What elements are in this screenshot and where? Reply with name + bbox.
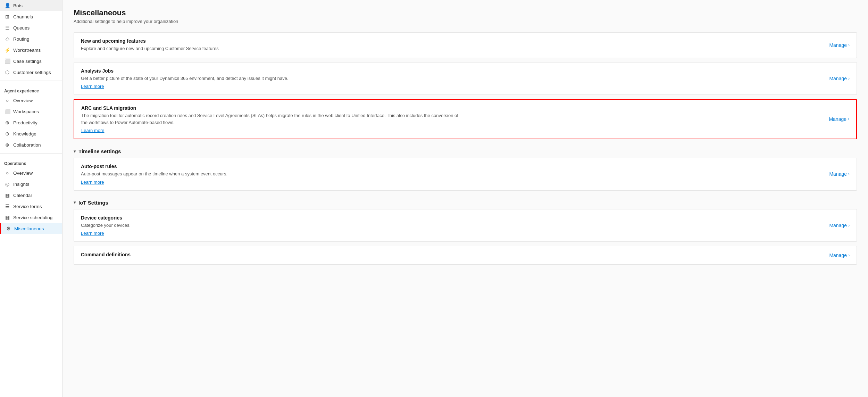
auto-post-rules-manage-button[interactable]: Manage › — [822, 171, 850, 177]
card-arc-sla-migration: ARC and SLA migration The migration tool… — [74, 99, 857, 139]
sidebar-item-ae-overview[interactable]: ○Overview — [0, 95, 62, 106]
op-service-terms-icon: ☰ — [4, 204, 10, 209]
iot-collapse-icon: ▾ — [74, 200, 76, 205]
analysis-jobs-title: Analysis Jobs — [81, 68, 822, 74]
op-overview-label: Overview — [13, 171, 33, 176]
command-definitions-manage-label: Manage — [829, 253, 847, 258]
sidebar-item-queues[interactable]: ☰Queues — [0, 22, 62, 33]
arc-sla-migration-learn-more[interactable]: Learn more — [81, 128, 822, 133]
arc-sla-migration-manage-button[interactable]: Manage › — [822, 116, 849, 122]
case-settings-label: Case settings — [13, 59, 42, 64]
operations-header: Operations — [0, 156, 62, 167]
auto-post-rules-content: Auto-post rules Auto-post messages appea… — [81, 164, 822, 185]
ae-overview-icon: ○ — [4, 98, 10, 103]
queues-label: Queues — [13, 25, 30, 31]
device-categories-manage-button[interactable]: Manage › — [822, 223, 850, 228]
case-settings-icon: ⬜ — [4, 58, 10, 64]
new-features-manage-button[interactable]: Manage › — [822, 42, 850, 48]
page-subtitle: Additional settings to help improve your… — [74, 19, 857, 24]
new-features-manage-label: Manage — [829, 42, 847, 48]
arc-sla-migration-content: ARC and SLA migration The migration tool… — [81, 105, 822, 133]
analysis-jobs-content: Analysis Jobs Get a better picture of th… — [81, 68, 822, 89]
op-miscellaneous-icon: ⚙ — [5, 226, 11, 231]
auto-post-rules-manage-chevron: › — [848, 172, 850, 176]
device-categories-title: Device categories — [81, 215, 822, 221]
card-auto-post-rules: Auto-post rules Auto-post messages appea… — [74, 158, 857, 191]
auto-post-rules-manage-label: Manage — [829, 171, 847, 177]
op-service-terms-label: Service terms — [13, 204, 42, 209]
routing-icon: ◇ — [4, 36, 10, 42]
auto-post-rules-learn-more[interactable]: Learn more — [81, 180, 822, 185]
sidebar-item-workstreams[interactable]: ⚡Workstreams — [0, 44, 62, 56]
device-categories-content: Device categories Categorize your device… — [81, 215, 822, 236]
ae-overview-label: Overview — [13, 98, 33, 103]
auto-post-rules-title: Auto-post rules — [81, 164, 822, 169]
iot-section-header[interactable]: ▾ IoT Settings — [74, 195, 857, 209]
sidebar-item-customer-settings[interactable]: ⬡Customer settings — [0, 67, 62, 78]
analysis-jobs-desc: Get a better picture of the state of you… — [81, 75, 463, 82]
op-miscellaneous-label: Miscellaneous — [14, 226, 44, 231]
sidebar-divider-2 — [0, 153, 62, 154]
analysis-jobs-manage-button[interactable]: Manage › — [822, 76, 850, 81]
arc-sla-migration-manage-chevron: › — [848, 117, 849, 122]
timeline-section-header[interactable]: ▾ Timeline settings — [74, 143, 857, 158]
op-overview-icon: ○ — [4, 170, 10, 176]
ae-collaboration-label: Collaboration — [13, 142, 41, 148]
workstreams-icon: ⚡ — [4, 47, 10, 53]
op-service-scheduling-label: Service scheduling — [13, 215, 52, 220]
sidebar-item-case-settings[interactable]: ⬜Case settings — [0, 56, 62, 67]
op-insights-icon: ◎ — [4, 181, 10, 187]
ae-workspaces-label: Workspaces — [13, 109, 39, 114]
new-features-content: New and upcoming features Explore and co… — [81, 38, 822, 52]
sidebar-divider-1 — [0, 81, 62, 81]
new-features-manage-chevron: › — [848, 43, 850, 48]
ae-workspaces-icon: ⬜ — [4, 109, 10, 114]
arc-sla-migration-desc: The migration tool for automatic record … — [81, 112, 463, 126]
device-categories-manage-label: Manage — [829, 223, 847, 228]
sidebar-item-op-overview[interactable]: ○Overview — [0, 167, 62, 179]
command-definitions-manage-chevron: › — [848, 253, 850, 258]
ae-knowledge-icon: ⊙ — [4, 131, 10, 137]
customer-settings-icon: ⬡ — [4, 69, 10, 75]
bots-label: Bots — [13, 3, 23, 8]
analysis-jobs-learn-more[interactable]: Learn more — [81, 84, 822, 89]
sidebar-item-ae-productivity[interactable]: ⊕Productivity — [0, 117, 62, 128]
channels-icon: ⊞ — [4, 14, 10, 19]
sidebar-item-op-service-terms[interactable]: ☰Service terms — [0, 201, 62, 212]
card-new-features: New and upcoming features Explore and co… — [74, 32, 857, 58]
device-categories-learn-more[interactable]: Learn more — [81, 231, 822, 236]
card-command-definitions: Command definitions Manage › — [74, 246, 857, 265]
sidebar-item-op-service-scheduling[interactable]: ▦Service scheduling — [0, 212, 62, 223]
sidebar-item-op-miscellaneous[interactable]: ⚙Miscellaneous — [0, 223, 62, 234]
page-title: Miscellaneous — [74, 8, 857, 17]
sidebar-item-ae-knowledge[interactable]: ⊙Knowledge — [0, 128, 62, 139]
customer-settings-label: Customer settings — [13, 70, 51, 75]
analysis-jobs-manage-label: Manage — [829, 76, 847, 81]
auto-post-rules-desc: Auto-post messages appear on the timelin… — [81, 171, 463, 177]
ae-knowledge-label: Knowledge — [13, 131, 36, 137]
sidebar-item-channels[interactable]: ⊞Channels — [0, 11, 62, 22]
analysis-jobs-manage-chevron: › — [848, 76, 850, 81]
arc-sla-migration-title: ARC and SLA migration — [81, 105, 822, 111]
arc-sla-migration-manage-label: Manage — [829, 116, 846, 122]
command-definitions-manage-button[interactable]: Manage › — [822, 253, 850, 258]
timeline-collapse-icon: ▾ — [74, 149, 76, 154]
sidebar-item-op-calendar[interactable]: ▦Calendar — [0, 190, 62, 201]
sidebar-item-routing[interactable]: ◇Routing — [0, 33, 62, 44]
sidebar: 👤Bots⊞Channels☰Queues◇Routing⚡Workstream… — [0, 0, 62, 397]
device-categories-desc: Categorize your devices. — [81, 222, 463, 229]
routing-label: Routing — [13, 36, 30, 42]
op-calendar-label: Calendar — [13, 193, 32, 198]
sidebar-item-ae-collaboration[interactable]: ⊗Collaboration — [0, 139, 62, 150]
sidebar-item-ae-workspaces[interactable]: ⬜Workspaces — [0, 106, 62, 117]
sidebar-item-bots[interactable]: 👤Bots — [0, 0, 62, 11]
command-definitions-content: Command definitions — [81, 252, 822, 259]
workstreams-label: Workstreams — [13, 48, 41, 53]
command-definitions-title: Command definitions — [81, 252, 822, 257]
agent-experience-header: Agent experience — [0, 84, 62, 95]
sidebar-item-op-insights[interactable]: ◎Insights — [0, 179, 62, 190]
new-features-desc: Explore and configure new and upcoming C… — [81, 45, 463, 52]
op-calendar-icon: ▦ — [4, 192, 10, 198]
device-categories-manage-chevron: › — [848, 223, 850, 228]
op-insights-label: Insights — [13, 182, 30, 187]
